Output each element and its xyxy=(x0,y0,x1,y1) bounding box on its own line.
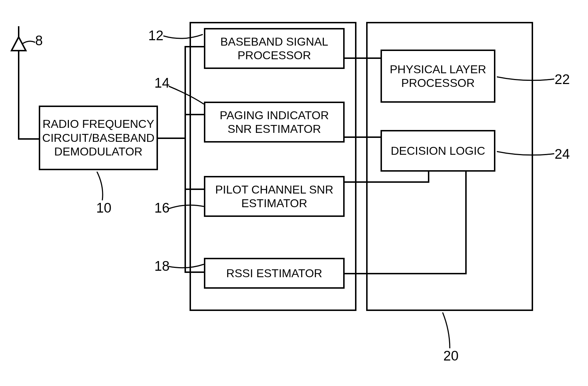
lead-10 xyxy=(95,172,109,200)
decision-logic-label: DECISION LOGIC xyxy=(391,144,485,158)
pilot-channel-block: PILOT CHANNEL SNR ESTIMATOR xyxy=(204,176,345,217)
conn-pilot-v xyxy=(428,172,429,183)
lead-16 xyxy=(169,203,205,211)
lead-18 xyxy=(169,262,205,271)
conn-rssi-v xyxy=(465,172,467,274)
lead-14 xyxy=(169,84,205,106)
ref-label-16: 16 xyxy=(154,200,169,216)
physical-layer-label: PHYSICAL LAYER PROCESSOR xyxy=(385,62,491,90)
baseband-processor-label: BASEBAND SIGNAL PROCESSOR xyxy=(208,35,340,62)
conn-paging-decision xyxy=(345,136,381,138)
connector-antenna-rf xyxy=(18,69,19,140)
bus-to-baseband xyxy=(185,46,204,47)
rssi-estimator-label: RSSI ESTIMATOR xyxy=(226,266,322,280)
antenna-icon xyxy=(8,26,29,69)
lead-24 xyxy=(497,149,554,158)
bus-to-rssi xyxy=(185,271,204,273)
lead-12 xyxy=(163,34,203,42)
ref-label-22: 22 xyxy=(555,72,570,87)
connector-rf-to-bus xyxy=(158,138,186,139)
rssi-estimator-block: RSSI ESTIMATOR xyxy=(204,258,345,289)
decision-logic-block: DECISION LOGIC xyxy=(381,130,495,172)
bus-to-paging xyxy=(185,114,204,115)
baseband-processor-block: BASEBAND SIGNAL PROCESSOR xyxy=(204,28,345,69)
pilot-channel-label: PILOT CHANNEL SNR ESTIMATOR xyxy=(208,183,340,210)
ref-label-14: 14 xyxy=(154,75,169,91)
vertical-bus xyxy=(185,46,186,273)
rf-demodulator-label: RADIO FREQUENCY CIRCUIT/BASEBAND DEMODUL… xyxy=(42,117,155,158)
bus-to-pilot xyxy=(185,189,204,190)
paging-indicator-label: PAGING INDICATOR SNR ESTIMATOR xyxy=(208,108,340,136)
conn-rssi-h xyxy=(345,273,467,274)
physical-layer-block: PHYSICAL LAYER PROCESSOR xyxy=(381,50,495,103)
ref-label-8: 8 xyxy=(35,33,43,48)
lead-20 xyxy=(441,312,455,348)
paging-indicator-block: PAGING INDICATOR SNR ESTIMATOR xyxy=(204,102,345,143)
ref-label-24: 24 xyxy=(555,147,570,162)
lead-22 xyxy=(497,75,554,83)
ref-label-20: 20 xyxy=(443,348,458,364)
conn-pilot-h xyxy=(345,181,429,183)
ref-label-10: 10 xyxy=(96,200,111,216)
connector-antenna-rf-h xyxy=(18,138,39,140)
ref-label-18: 18 xyxy=(154,259,169,274)
conn-baseband-physlayer xyxy=(345,57,381,59)
rf-demodulator-block: RADIO FREQUENCY CIRCUIT/BASEBAND DEMODUL… xyxy=(39,106,158,170)
lead-8 xyxy=(22,39,35,47)
ref-label-12: 12 xyxy=(148,28,163,43)
